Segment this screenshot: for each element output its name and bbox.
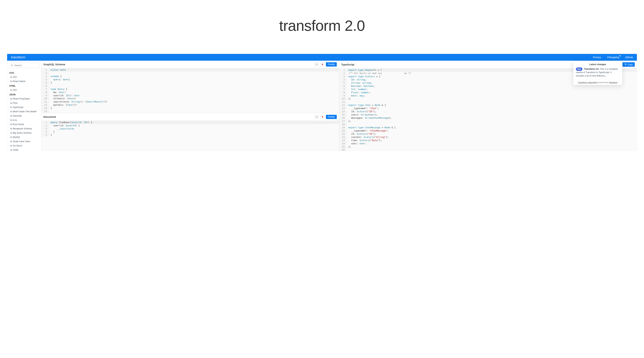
code-line[interactable]: query: Query xyxy=(49,78,339,81)
copy-button[interactable]: Copy xyxy=(622,62,635,67)
line-number: 14 xyxy=(339,110,347,113)
code-line[interactable]: }; xyxy=(347,120,637,123)
code-line[interactable]: Float: number; xyxy=(347,91,637,94)
code-line[interactable]: export type ChatMessage = Node & { xyxy=(347,126,637,129)
sidebar-item[interactable]: to YAML xyxy=(9,148,39,151)
sidebar-item[interactable]: to io-ts xyxy=(9,118,39,122)
sidebar-item[interactable]: to Big Query Schema xyxy=(9,131,39,135)
top-nav: Privacy Changelog GitHub xyxy=(593,56,633,59)
code-line[interactable]: id: Scalars["ID"]; xyxy=(347,132,637,136)
sidebar-item[interactable]: to JSX xyxy=(9,88,39,92)
line-number: 24 xyxy=(339,142,347,145)
brand: transform xyxy=(11,55,25,59)
code-line[interactable] xyxy=(347,100,637,104)
line-number: 3 xyxy=(41,75,49,78)
code-line[interactable]: users: Array<User>; xyxy=(347,113,637,116)
line-number: 1 xyxy=(339,68,347,72)
code-line[interactable]: } xyxy=(49,106,339,110)
code-line[interactable]: content: Scalars["String"]; xyxy=(347,136,637,139)
code-line[interactable]: export type Chat = Node & { xyxy=(347,104,637,107)
code-line[interactable]: schema { xyxy=(49,75,339,78)
line-number: 13 xyxy=(339,107,347,110)
code-line[interactable]: }; xyxy=(347,97,637,100)
code-line[interactable]: time: Scalars["Date"]; xyxy=(347,139,637,142)
prettify-button[interactable]: Prettify xyxy=(326,115,337,119)
sidebar-item[interactable]: to Flow xyxy=(9,101,39,105)
code-line[interactable]: scalar Date xyxy=(49,68,339,72)
search-icon xyxy=(11,64,13,66)
hero-title: transform 2.0 xyxy=(0,17,644,34)
code-line[interactable]: __typename?: "Chat"; xyxy=(347,107,637,110)
changelog-link[interactable]: Transform changelog xyxy=(578,81,597,84)
search-box[interactable] xyxy=(9,63,39,68)
code-line[interactable]: user(id: ID!): User xyxy=(49,94,339,97)
line-number: 2 xyxy=(41,124,49,127)
code-line[interactable]: search(term: String!): [SearchResult!]! xyxy=(49,100,339,104)
nav-github[interactable]: GitHub xyxy=(625,56,633,59)
line-number: 10 xyxy=(339,97,347,100)
line-number: 1 xyxy=(41,121,49,124)
line-number: 6 xyxy=(339,84,347,88)
sidebar-item[interactable]: to React PropTypes xyxy=(9,96,39,101)
sidebar-item[interactable]: to React Native xyxy=(9,79,39,84)
upload-button[interactable] xyxy=(314,115,319,119)
code-line[interactable]: myChats: [Chat!]! xyxy=(49,104,339,106)
code-line[interactable]: } xyxy=(49,81,339,84)
nav-changelog[interactable]: Changelog xyxy=(607,56,619,59)
copy-button-label: Copy xyxy=(628,63,633,66)
code-line[interactable] xyxy=(49,110,339,113)
sidebar-item[interactable]: to Go Struct xyxy=(9,144,39,148)
headway-link[interactable]: Headway xyxy=(609,81,618,84)
line-number: 9 xyxy=(339,94,347,97)
sidebar-group-title: HTML xyxy=(9,84,39,88)
code-line[interactable]: }; xyxy=(347,145,637,148)
line-number: 11 xyxy=(339,100,347,104)
code-line[interactable] xyxy=(49,84,339,88)
sidebar-item[interactable]: to Sarcastic xyxy=(9,114,39,118)
sidebar-item[interactable]: to Mongoose Schema xyxy=(9,126,39,131)
sidebar-item[interactable]: to Scala Case Class xyxy=(9,139,39,144)
code-line[interactable] xyxy=(347,123,637,126)
delete-button[interactable] xyxy=(320,115,324,119)
sidebar-item[interactable]: to MySQL xyxy=(9,135,39,139)
code-line[interactable]: messages: Array<ChatMessage>; xyxy=(347,116,637,120)
schema-editor[interactable]: 1scalar Date2 3schema {4 query: Query5}6… xyxy=(41,68,339,113)
prettify-button[interactable]: Prettify xyxy=(326,62,337,66)
line-number: 18 xyxy=(339,123,347,126)
line-number: 6 xyxy=(41,84,49,88)
sidebar-item[interactable]: to Rust Serde xyxy=(9,122,39,126)
sidebar-item[interactable]: to JSX xyxy=(9,75,39,79)
schema-pane: GraphQL Schema Prettify 1scalar Date2 3s… xyxy=(41,61,339,113)
code-line[interactable]: allUsers: [User] xyxy=(49,97,339,100)
code-line[interactable]: Date: any; xyxy=(347,94,637,97)
line-number: 4 xyxy=(339,78,347,81)
code-line[interactable]: __typename?: "ChatMessage"; xyxy=(347,129,637,132)
code-line[interactable]: user(id: $userId) { xyxy=(49,124,339,127)
code-line[interactable] xyxy=(49,72,339,75)
document-editor[interactable]: 1query findUser($userId: ID!) {2 user(id… xyxy=(41,121,339,151)
line-number: 12 xyxy=(41,104,49,106)
code-line[interactable]: } xyxy=(49,134,339,137)
code-line[interactable]: type Query { xyxy=(49,88,339,91)
nav-privacy[interactable]: Privacy xyxy=(593,56,601,59)
line-number: 23 xyxy=(339,139,347,142)
sidebar-item[interactable]: to MobX-State-Tree Model xyxy=(9,110,39,114)
app-window: transform Privacy Changelog GitHub SVGto… xyxy=(7,54,637,151)
line-number: 20 xyxy=(339,129,347,132)
delete-button[interactable] xyxy=(320,62,324,66)
line-number: 8 xyxy=(339,91,347,94)
code-line[interactable]: ...UserFields xyxy=(49,127,339,130)
code-line[interactable]: Int: number; xyxy=(347,88,637,91)
code-line[interactable]: } xyxy=(49,130,339,134)
line-number: 26 xyxy=(339,148,347,151)
search-input[interactable] xyxy=(14,64,41,67)
code-line[interactable]: user: User; xyxy=(347,142,637,145)
upload-button[interactable] xyxy=(314,62,319,66)
code-line[interactable]: me: User! xyxy=(49,91,339,94)
code-line[interactable] xyxy=(347,148,637,151)
code-line[interactable]: id: Scalars["ID"]; xyxy=(347,110,637,113)
sidebar-item[interactable]: to TypeScript xyxy=(9,105,39,110)
code-line[interactable]: query findUser($userId: ID!) { xyxy=(49,121,339,124)
line-number: 13 xyxy=(41,106,49,110)
line-number: 19 xyxy=(339,126,347,129)
